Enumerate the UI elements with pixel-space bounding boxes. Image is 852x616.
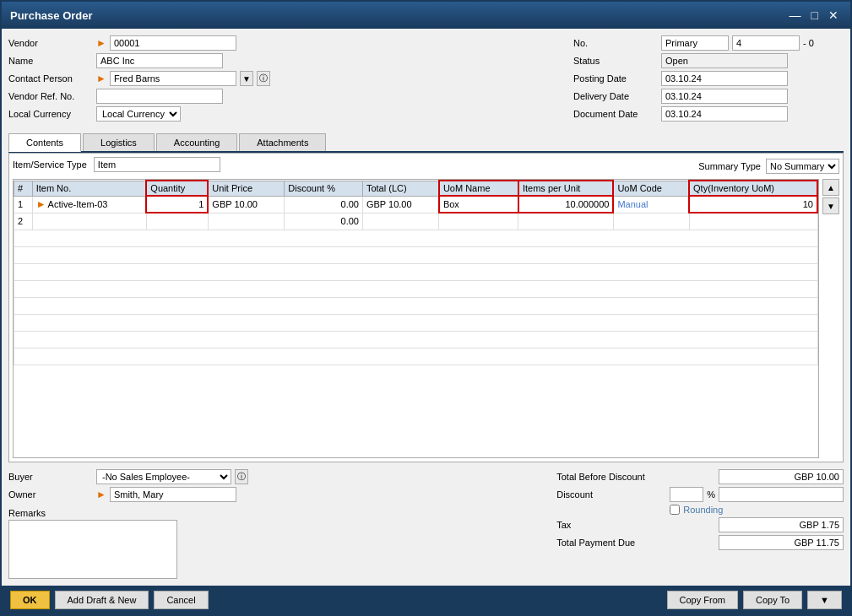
close-button[interactable]: ✕ <box>825 8 842 22</box>
owner-arrow-icon: ► <box>96 489 106 500</box>
item-no-value-1: Active-Item-03 <box>48 199 108 209</box>
summary-type-label: Summary Type <box>698 161 761 171</box>
minimize-button[interactable]: — <box>786 8 805 22</box>
posting-input[interactable] <box>661 71 788 86</box>
currency-select[interactable]: Local Currency <box>96 106 181 122</box>
contact-info-btn[interactable]: ⓘ <box>257 71 270 86</box>
grid-area: # Item No. Quantity Unit Price Discount … <box>13 179 839 458</box>
doc-date-label: Document Date <box>573 109 658 119</box>
tab-attachments[interactable]: Attachments <box>239 133 326 151</box>
tax-value <box>719 517 844 532</box>
owner-input[interactable] <box>110 487 236 502</box>
cell-item-no-1: ► Active-Item-03 <box>32 196 146 213</box>
table-row <box>14 280 818 297</box>
cell-unit-price-1: GBP 10.00 <box>208 196 284 213</box>
copy-from-button[interactable]: Copy From <box>667 591 738 609</box>
col-header-unit-price: Unit Price <box>208 181 284 196</box>
remarks-textarea[interactable] <box>8 520 177 579</box>
cell-uom-code-2 <box>613 213 689 230</box>
contact-row: Contact Person ► ▼ ⓘ <box>8 71 270 86</box>
col-header-item-no: Item No. <box>32 181 146 196</box>
tab-logistics[interactable]: Logistics <box>83 133 155 151</box>
contact-input[interactable] <box>110 71 236 86</box>
cell-discount-2: 0.00 <box>285 213 363 230</box>
table-row <box>14 297 818 314</box>
add-draft-button[interactable]: Add Draft & New <box>55 591 149 609</box>
scroll-down-button[interactable]: ▼ <box>822 197 839 214</box>
ok-button[interactable]: OK <box>10 591 50 609</box>
remarks-section: Remarks <box>8 505 248 579</box>
scroll-up-button[interactable]: ▲ <box>822 179 839 196</box>
vendor-row: Vendor ► <box>8 35 270 51</box>
cell-unit-price-2 <box>208 213 284 230</box>
scroll-buttons: ▲ ▼ <box>822 179 839 458</box>
grid-table: # Item No. Quantity Unit Price Discount … <box>14 180 818 365</box>
copy-to-button[interactable]: Copy To <box>743 591 802 609</box>
discount-pct-input[interactable] <box>670 487 703 502</box>
bottom-left: Buyer -No Sales Employee- ⓘ Owner ► Rema… <box>8 469 248 579</box>
right-fields: No. - 0 Status Posting Date Delive <box>573 35 844 122</box>
contact-dropdown-btn[interactable]: ▼ <box>240 71 253 86</box>
tab-accounting[interactable]: Accounting <box>156 133 237 151</box>
col-header-uom-name: UoM Name <box>439 181 518 196</box>
no-primary-input[interactable] <box>661 35 729 51</box>
cell-uom-name-1: Box <box>439 196 518 213</box>
delivery-input[interactable] <box>661 89 788 104</box>
name-row: Name <box>8 53 270 68</box>
no-value-input[interactable] <box>732 35 800 51</box>
table-row <box>14 230 818 246</box>
tax-row: Tax <box>556 517 844 532</box>
left-fields: Vendor ► Name Contact Person ► ▼ ⓘ Vendo… <box>8 35 270 122</box>
contact-arrow-icon: ► <box>96 73 106 84</box>
rounding-checkbox[interactable] <box>670 505 680 515</box>
buyer-info-btn[interactable]: ⓘ <box>235 469 248 484</box>
buyer-row: Buyer -No Sales Employee- ⓘ <box>8 469 248 484</box>
cell-quantity-2 <box>146 213 208 230</box>
cancel-button[interactable]: Cancel <box>154 591 208 609</box>
vendor-arrow-icon: ► <box>96 37 106 49</box>
total-due-label: Total Payment Due <box>556 538 666 548</box>
uom-code-value-1: Manual <box>617 199 648 209</box>
contact-label: Contact Person <box>8 73 93 84</box>
no-suffix: - 0 <box>803 38 814 48</box>
item-arrow-icon: ► <box>36 198 46 210</box>
cell-quantity-1[interactable]: 1 <box>146 196 208 213</box>
currency-label: Local Currency <box>8 109 93 119</box>
cell-items-per-unit-1: 10.000000 <box>518 196 613 213</box>
buyer-select[interactable]: -No Sales Employee- <box>96 469 231 484</box>
discount-label: Discount <box>556 489 666 500</box>
summary-type-select[interactable]: No Summary <box>766 159 839 174</box>
copy-to-dropdown-button[interactable]: ▼ <box>807 591 842 609</box>
maximize-button[interactable]: □ <box>808 8 822 22</box>
vendor-ref-input[interactable] <box>96 89 223 104</box>
total-due-value <box>719 535 844 550</box>
cell-num-1: 1 <box>14 196 33 213</box>
col-header-total-lc: Total (LC) <box>362 181 438 196</box>
item-type-row: Item/Service Type <box>13 157 220 172</box>
total-before-row: Total Before Discount <box>556 469 844 484</box>
currency-row: Local Currency Local Currency <box>8 106 270 122</box>
vendor-input[interactable] <box>110 35 236 51</box>
doc-date-input[interactable] <box>661 106 788 122</box>
cell-items-per-unit-2 <box>518 213 613 230</box>
tab-content-area: Item/Service Type Summary Type No Summar… <box>8 153 844 462</box>
vendor-label: Vendor <box>8 38 93 48</box>
total-due-row: Total Payment Due <box>556 535 844 550</box>
window-controls: — □ ✕ <box>786 8 842 22</box>
col-header-num: # <box>14 181 33 196</box>
name-input[interactable] <box>96 53 223 68</box>
cell-num-2: 2 <box>14 213 33 230</box>
bottom-right: Total Before Discount Discount % Roundin… <box>556 469 844 579</box>
col-header-quantity: Quantity <box>146 181 208 196</box>
purchase-order-window: Purchase Order — □ ✕ Vendor ► Name <box>0 0 852 616</box>
remarks-label: Remarks <box>8 508 248 518</box>
status-input <box>661 53 788 68</box>
item-type-input[interactable] <box>94 157 220 172</box>
col-header-discount: Discount % <box>285 181 363 196</box>
posting-row: Posting Date <box>573 71 844 86</box>
no-primary-section: - 0 <box>661 35 814 51</box>
col-header-uom-code: UoM Code <box>613 181 689 196</box>
table-row <box>14 314 818 331</box>
tab-contents[interactable]: Contents <box>8 133 81 152</box>
buyer-label: Buyer <box>8 472 93 482</box>
